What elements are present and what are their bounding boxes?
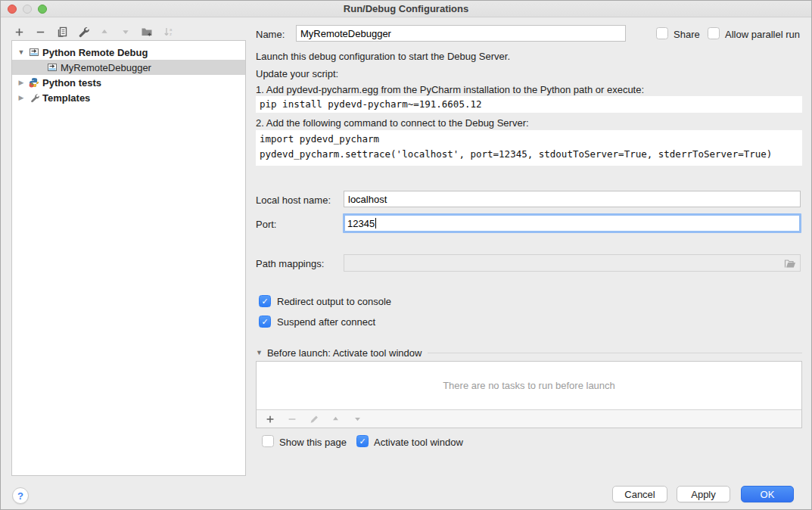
tree-item-myremotedebugger[interactable]: MyRemoteDebugger — [12, 60, 245, 75]
tree-item-templates[interactable]: ▶ Templates — [12, 90, 245, 105]
tree-item-python-remote-debug[interactable]: ▼ Python Remote Debug — [12, 45, 245, 60]
configurations-tree: ▼ Python Remote Debug MyRemoteDebugger ▶… — [11, 40, 246, 476]
redirect-output-checkbox[interactable]: ✓ — [259, 295, 271, 307]
copy-configuration-button[interactable] — [55, 26, 68, 39]
settrace-code[interactable]: import pydevd_pycharmpydevd_pycharm.sett… — [256, 130, 802, 166]
run-debug-configurations-dialog: Run/Debug Configurations az ▼ — [0, 0, 812, 510]
chevron-down-icon[interactable]: ▼ — [256, 349, 263, 356]
remove-icon — [35, 26, 46, 38]
name-label: Name: — [256, 29, 285, 40]
chevron-down-icon[interactable]: ▼ — [17, 48, 25, 56]
create-folder-button[interactable] — [140, 26, 153, 39]
suspend-after-connect-label: Suspend after connect — [277, 316, 375, 328]
titlebar: Run/Debug Configurations — [1, 1, 811, 17]
add-task-button[interactable] — [263, 412, 276, 425]
tree-item-python-tests[interactable]: ▶ Python tests — [12, 75, 245, 90]
cancel-label: Cancel — [624, 489, 655, 500]
suspend-after-connect-checkbox[interactable]: ✓ — [259, 316, 271, 328]
before-launch-task-list: There are no tasks to run before launch — [256, 361, 802, 428]
add-icon — [14, 26, 25, 38]
move-down-icon — [353, 414, 362, 424]
new-folder-icon — [141, 26, 153, 38]
port-input[interactable]: 12345 — [343, 213, 801, 233]
add-icon — [265, 414, 275, 424]
name-value: MyRemoteDebugger — [300, 28, 391, 39]
tree-item-label: MyRemoteDebugger — [61, 62, 151, 73]
path-mappings-label: Path mappings: — [256, 258, 324, 269]
instruction-step-1: 1. Add pydevd-pycharm.egg from the PyCha… — [256, 84, 644, 95]
move-down-button — [119, 26, 132, 39]
sort-alpha-icon: az — [162, 26, 174, 38]
instruction-line-1: Launch this debug configuration to start… — [256, 51, 510, 62]
browse-folder-icon[interactable] — [784, 258, 796, 269]
edit-task-button — [307, 412, 320, 425]
chevron-right-icon[interactable]: ▶ — [17, 94, 25, 101]
move-up-icon — [331, 414, 341, 424]
port-value: 12345 — [347, 218, 375, 229]
pip-install-code[interactable]: pip install pydevd-pycharm~=191.6605.12 — [256, 96, 802, 113]
settrace-code-line-2: pydevd_pycharm.settrace('localhost', por… — [260, 148, 772, 160]
svg-text:a: a — [170, 27, 173, 32]
edit-icon — [309, 414, 319, 424]
instruction-step-2: 2. Add the following command to connect … — [256, 117, 529, 129]
tree-toolbar: az — [13, 24, 174, 39]
tree-item-label: Python Remote Debug — [42, 47, 148, 58]
apply-label: Apply — [691, 489, 716, 500]
remove-configuration-button[interactable] — [34, 26, 47, 39]
apply-button[interactable]: Apply — [677, 486, 730, 502]
move-task-up-button — [329, 412, 342, 425]
activate-tool-window-checkbox[interactable]: ✓ — [356, 435, 369, 447]
task-toolbar — [257, 409, 801, 428]
local-host-name-value: localhost — [348, 194, 387, 205]
empty-task-message: There are no tasks to run before launch — [257, 362, 801, 409]
path-mappings-input — [344, 254, 801, 272]
share-label: Share — [674, 29, 700, 40]
remove-task-button — [285, 412, 298, 425]
templates-wrench-icon — [28, 92, 40, 103]
window-title: Run/Debug Configurations — [1, 3, 811, 14]
allow-parallel-run-checkbox[interactable] — [708, 27, 720, 39]
move-task-down-button — [351, 412, 364, 425]
name-input[interactable]: MyRemoteDebugger — [296, 25, 626, 42]
help-button[interactable]: ? — [12, 487, 29, 504]
redirect-output-label: Redirect output to console — [277, 296, 391, 307]
add-configuration-button[interactable] — [13, 26, 26, 39]
edit-templates-button[interactable] — [76, 26, 89, 39]
show-this-page-checkbox[interactable] — [262, 435, 274, 447]
section-divider — [428, 353, 802, 353]
activate-tool-window-label: Activate tool window — [374, 437, 463, 448]
allow-parallel-run-label: Allow parallel run — [725, 29, 800, 40]
share-checkbox[interactable] — [656, 27, 668, 39]
remove-icon — [287, 414, 297, 424]
ok-label: OK — [761, 489, 775, 500]
before-launch-header[interactable]: ▼ Before launch: Activate tool window — [256, 347, 802, 359]
local-host-name-input[interactable]: localhost — [344, 191, 801, 207]
python-tests-icon — [28, 77, 40, 88]
sort-configurations-button: az — [161, 26, 174, 39]
remote-debug-config-icon — [28, 47, 40, 58]
wrench-icon — [77, 26, 89, 38]
tree-item-label: Templates — [42, 92, 90, 104]
remote-debug-config-icon — [46, 62, 58, 73]
chevron-right-icon[interactable]: ▶ — [17, 79, 25, 86]
copy-icon — [56, 26, 68, 38]
show-this-page-label: Show this page — [279, 437, 347, 448]
local-host-name-label: Local host name: — [256, 194, 331, 206]
svg-text:z: z — [170, 32, 172, 36]
tree-item-label: Python tests — [42, 77, 101, 89]
move-up-icon — [99, 26, 110, 37]
ok-button[interactable]: OK — [741, 486, 794, 502]
text-caret — [375, 218, 376, 229]
before-launch-title: Before launch: Activate tool window — [267, 347, 422, 359]
settrace-code-line-1: import pydevd_pycharm — [260, 133, 379, 145]
help-icon: ? — [17, 490, 23, 502]
move-up-button — [98, 26, 110, 39]
port-label: Port: — [256, 219, 276, 230]
instruction-line-2: Update your script: — [256, 68, 338, 79]
move-down-icon — [120, 26, 131, 37]
cancel-button[interactable]: Cancel — [612, 486, 667, 502]
